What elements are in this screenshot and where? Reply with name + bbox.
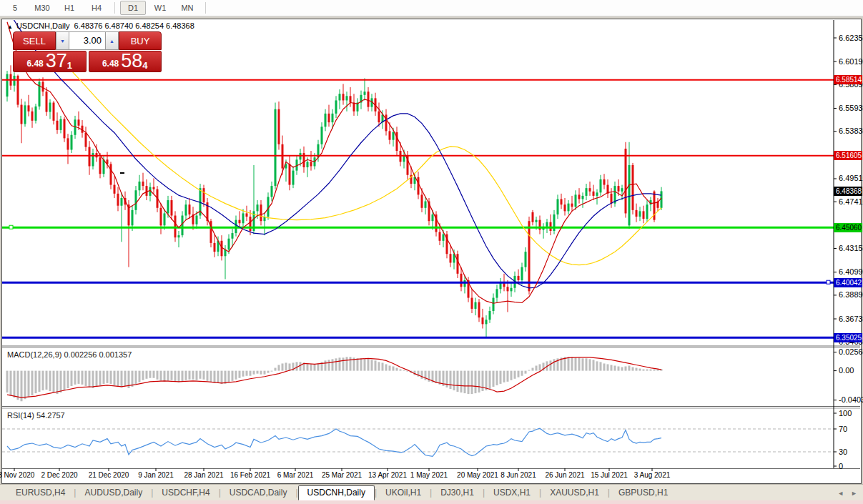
tab-usdcad-daily[interactable]: USDCAD,Daily	[221, 485, 296, 500]
tab-eurusd-h4[interactable]: EURUSD,H4	[7, 485, 74, 500]
macd-hist-bar	[532, 368, 534, 371]
rsi-pane[interactable]	[2, 428, 834, 456]
macd-hist-bar	[511, 371, 513, 380]
candle	[78, 119, 80, 125]
tab-gbpusd-h1[interactable]: GBPUSD,H1	[610, 485, 676, 500]
macd-hist-bar	[435, 371, 438, 383]
sell-price-small: 6.48	[26, 57, 43, 71]
macd-hist-bar	[71, 371, 73, 386]
candle	[485, 320, 488, 324]
axis-tick-label: 6.40990	[839, 267, 863, 276]
macd-hist-bar	[317, 363, 320, 370]
tab-dj30-h1[interactable]: DJ30,H1	[432, 485, 483, 500]
macd-hist-bar	[307, 363, 309, 370]
tab-scroll-right-icon[interactable]: ►	[851, 490, 857, 497]
macd-hist-bar	[117, 371, 119, 387]
candle	[603, 179, 606, 185]
macd-hist-bar	[346, 357, 348, 370]
tab-xauusd-h1[interactable]: XAUUSD,H1	[541, 485, 608, 500]
macd-hist-bar	[153, 371, 155, 378]
timeframe-button-h1[interactable]: H1	[56, 1, 82, 15]
macd-hist-bar	[199, 371, 202, 379]
tab-audusd-daily[interactable]: AUDUSD,Daily	[76, 485, 151, 500]
macd-hist-bar	[439, 371, 441, 385]
candle	[385, 114, 388, 131]
macd-hist-bar	[593, 360, 595, 370]
candle	[289, 164, 291, 184]
tab-scroll-left-icon[interactable]: ◄	[837, 490, 844, 497]
axis-tick-label: 6.60190	[839, 57, 863, 66]
macd-hist-bar	[203, 371, 205, 380]
macd-hist-bar	[368, 359, 370, 370]
candle	[546, 222, 548, 227]
macd-hist-bar	[17, 371, 19, 400]
sell-button[interactable]: SELL	[13, 31, 56, 50]
tab-ukoil-h1[interactable]: UKOil,H1	[377, 485, 430, 500]
tab-usdx-h1[interactable]: USDX,H1	[485, 485, 539, 500]
candle	[121, 198, 123, 206]
axis-tick-label: -0.040386	[839, 395, 863, 404]
candle	[310, 162, 312, 166]
chart-object-dash[interactable]	[120, 172, 124, 174]
macd-hist-bar	[264, 371, 266, 375]
price-badge: 6.40042	[834, 278, 862, 287]
macd-hist-bar	[207, 371, 209, 381]
axis-tick-label: 6.55930	[839, 104, 863, 112]
ohlc-values: 6.48376 6.48740 6.48254 6.48368	[74, 21, 194, 30]
macd-hist-bar	[464, 371, 466, 393]
candle	[450, 254, 452, 262]
macd-hist-bar	[485, 371, 488, 390]
candle	[196, 216, 198, 224]
candle	[593, 192, 595, 196]
candle	[49, 103, 51, 112]
volume-decrease-button[interactable]: ▼	[56, 31, 69, 50]
tab-usdchf-h4[interactable]: USDCHF,H4	[153, 485, 218, 500]
candle	[632, 165, 634, 210]
macd-hist-bar	[182, 371, 184, 382]
collapse-arrow-icon[interactable]: ▲	[7, 24, 13, 30]
macd-hist-bar	[603, 363, 606, 370]
macd-pane[interactable]	[6, 357, 663, 401]
candle	[182, 216, 184, 236]
sell-price-sup: 1	[67, 61, 72, 71]
macd-hist-bar	[471, 371, 473, 395]
candle	[271, 186, 273, 197]
sell-price-box[interactable]: 6.48 37 1	[13, 51, 87, 72]
candle	[628, 165, 631, 225]
timeframe-button-h4[interactable]: H4	[84, 1, 109, 15]
macd-hist-bar	[132, 371, 134, 387]
chart-canvas[interactable]: 6.623506.601906.580906.559306.538306.495…	[0, 0, 863, 504]
candle	[582, 196, 584, 199]
candle	[586, 188, 588, 196]
macd-hist-bar	[385, 364, 388, 370]
candle	[600, 179, 602, 192]
candle	[225, 249, 227, 256]
timeframe-button-5[interactable]: 5	[2, 1, 28, 15]
candle	[46, 92, 48, 112]
candle	[132, 210, 134, 225]
timeframe-button-d1[interactable]: D1	[120, 1, 146, 15]
macd-hist-bar	[525, 371, 527, 374]
toolbar-separator	[205, 2, 206, 14]
macd-hist-bar	[400, 370, 402, 371]
buy-price-box[interactable]: 6.48 58 4	[89, 51, 162, 72]
line-handle[interactable]	[9, 225, 13, 229]
macd-hist-bar	[539, 364, 541, 370]
buy-button[interactable]: BUY	[119, 31, 162, 50]
candle	[507, 287, 509, 291]
macd-hist-bar	[475, 371, 477, 393]
candle	[239, 220, 241, 224]
candle	[457, 254, 459, 274]
timeframe-button-mn[interactable]: MN	[174, 1, 200, 15]
tab-usdcnh-daily[interactable]: USDCNH,Daily	[298, 485, 375, 500]
line-handle[interactable]	[827, 280, 830, 284]
timeframe-button-m30[interactable]: M30	[29, 1, 55, 15]
candle	[139, 182, 141, 190]
macd-hist-bar	[289, 363, 291, 370]
macd-hist-bar	[228, 371, 230, 382]
volume-increase-button[interactable]: ▲	[105, 31, 119, 50]
timeframe-button-w1[interactable]: W1	[147, 1, 173, 15]
macd-hist-bar	[239, 371, 241, 378]
volume-input[interactable]: 3.00	[69, 31, 105, 50]
candle	[257, 204, 259, 211]
